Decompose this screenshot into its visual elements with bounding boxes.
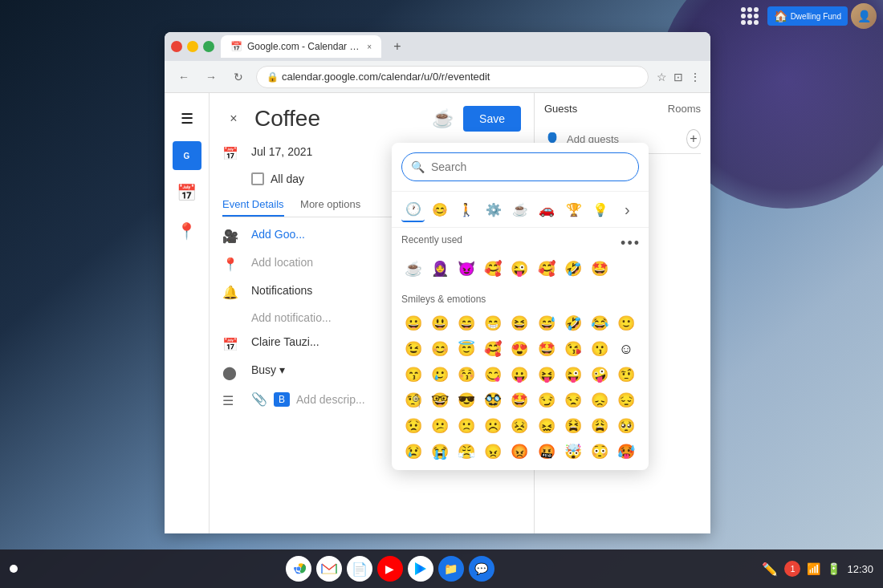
emoji-starstruck[interactable]: 🤩 [588, 257, 612, 281]
window-maximize-btn[interactable] [203, 41, 214, 52]
recent-more-btn[interactable]: ••• [621, 235, 639, 252]
emoji-beaming[interactable]: 😁 [481, 311, 505, 335]
add-description[interactable]: Add descrip... [296, 393, 365, 406]
emoji-sweat-smile[interactable]: 😅 [535, 311, 559, 335]
emoji-wink-tongue[interactable]: 😜 [561, 363, 585, 387]
cat-food[interactable]: ☕ [508, 197, 531, 222]
emoji-exploding[interactable]: 🤯 [561, 440, 585, 464]
window-minimize-btn[interactable] [187, 41, 198, 52]
allday-checkbox[interactable] [251, 172, 264, 185]
emoji-devil[interactable]: 😈 [454, 257, 478, 281]
sidebar-menu-icon[interactable]: ☰ [171, 103, 203, 135]
emoji-tongue-closed[interactable]: 😝 [535, 363, 559, 387]
emoji-steam[interactable]: 😤 [454, 440, 478, 464]
more-icon[interactable]: ⋮ [690, 71, 701, 83]
launcher-button[interactable] [10, 565, 18, 573]
emoji-weary[interactable]: 😩 [588, 414, 612, 438]
emoji-yum[interactable]: 😋 [481, 363, 505, 387]
emoji-zany[interactable]: 🤪 [588, 363, 612, 387]
emoji-nerd[interactable]: 🤓 [428, 388, 452, 412]
new-tab-button[interactable]: + [388, 37, 407, 56]
emoji-cry[interactable]: 😢 [401, 440, 425, 464]
emoji-cursing[interactable]: 🤬 [535, 440, 559, 464]
cat-travel[interactable]: 🚗 [535, 197, 559, 222]
cat-recent[interactable]: 🕐 [401, 197, 425, 222]
emoji-unamused[interactable]: 😒 [561, 388, 585, 412]
emoji-search-input[interactable] [401, 152, 639, 181]
add-notification[interactable]: Add notificatio... [251, 311, 332, 324]
cat-activities[interactable]: ⚙️ [482, 197, 505, 222]
dwelling-fund-button[interactable]: 🏠 Dwelling Fund [767, 6, 848, 26]
emoji-confused[interactable]: 😕 [428, 414, 452, 438]
taskbar-messages[interactable]: 💬 [469, 556, 494, 582]
emoji-wink[interactable]: 😉 [401, 337, 425, 361]
emoji-kissing-heart[interactable]: 😘 [561, 337, 585, 361]
emoji-smirk[interactable]: 😏 [535, 388, 559, 412]
emoji-slightly-smiling[interactable]: 🙂 [614, 311, 638, 335]
emoji-frowning[interactable]: ☹️ [481, 414, 505, 438]
emoji-coffee[interactable]: ☕ [401, 257, 425, 281]
tab-close-btn[interactable]: × [367, 43, 372, 51]
emoji-kissing-closed[interactable]: 😚 [454, 363, 478, 387]
emoji-kissing-smiling[interactable]: 😙 [401, 363, 425, 387]
emoji-grinning[interactable]: 😀 [401, 311, 425, 335]
address-bar[interactable]: 🔒 calendar.google.com/calendar/u/0/r/eve… [256, 66, 649, 88]
cast-icon[interactable]: ⊡ [673, 71, 683, 83]
add-google-meet[interactable]: Add Goo... [251, 228, 305, 241]
emoji-smiling-hearts[interactable]: 🥰 [481, 337, 505, 361]
forward-button[interactable]: → [201, 67, 221, 87]
cat-people[interactable]: 🚶 [455, 197, 478, 222]
taskbar-gmail[interactable] [316, 556, 342, 582]
add-location[interactable]: Add location [251, 256, 313, 269]
emoji-confounded[interactable]: 😖 [535, 414, 559, 438]
emoji-disappointed[interactable]: 😞 [588, 388, 612, 412]
event-close-button[interactable]: × [222, 107, 245, 130]
emoji-hearts-eyes[interactable]: 🥰 [481, 257, 505, 281]
emoji-slight-frown[interactable]: 🙁 [454, 414, 478, 438]
busy-status[interactable]: Busy ▾ [251, 363, 285, 376]
back-button[interactable]: ← [174, 67, 193, 87]
emoji-blush[interactable]: 😊 [428, 337, 452, 361]
emoji-smile[interactable]: 😄 [454, 311, 478, 335]
add-button[interactable]: B [274, 392, 290, 407]
taskbar-play[interactable] [408, 556, 433, 582]
emoji-hot[interactable]: 🥵 [614, 440, 638, 464]
sidebar-location-icon[interactable]: 📍 [171, 215, 203, 247]
emoji-smiley[interactable]: 😃 [428, 311, 452, 335]
add-guest-button[interactable]: + [686, 129, 701, 148]
pen-icon[interactable]: ✏️ [762, 562, 778, 577]
emoji-stuck-tongue[interactable]: 😛 [507, 363, 531, 387]
cat-objects[interactable]: 🏆 [562, 197, 585, 222]
google-apps-button[interactable] [735, 2, 764, 30]
emoji-pleading[interactable]: 🥺 [614, 414, 638, 438]
emoji-sunglasses[interactable]: 😎 [454, 388, 478, 412]
emoji-grin[interactable]: 😆 [507, 311, 531, 335]
save-button[interactable]: Save [463, 106, 521, 132]
bookmark-icon[interactable]: ☆ [657, 71, 667, 83]
window-close-btn[interactable] [171, 41, 182, 52]
sidebar-calendar-icon[interactable]: 📅 [171, 176, 203, 209]
taskbar-chrome[interactable] [286, 556, 311, 582]
emoji-heart-eyes[interactable]: 😍 [507, 337, 531, 361]
emoji-winking-tongue[interactable]: 😜 [507, 257, 531, 281]
tab-event-details[interactable]: Event Details [222, 198, 284, 217]
emoji-rofl[interactable]: 🤣 [561, 257, 585, 281]
cat-smileys[interactable]: 😊 [428, 197, 451, 222]
emoji-joy[interactable]: 😂 [588, 311, 612, 335]
rooms-tab[interactable]: Rooms [668, 103, 701, 115]
emoji-disguised[interactable]: 🥸 [481, 388, 505, 412]
emoji-sob[interactable]: 😭 [428, 440, 452, 464]
emoji-kissing[interactable]: 😗 [588, 337, 612, 361]
emoji-innocent[interactable]: 😇 [454, 337, 478, 361]
emoji-hijab[interactable]: 🧕 [428, 257, 452, 281]
cat-more[interactable]: › [616, 197, 639, 222]
cat-symbols[interactable]: 💡 [588, 197, 612, 222]
emoji-relaxed[interactable]: ☺️ [614, 337, 638, 361]
emoji-raised-eyebrow[interactable]: 🤨 [614, 363, 638, 387]
emoji-monocle[interactable]: 🧐 [401, 388, 425, 412]
emoji-pensive[interactable]: 😔 [614, 388, 638, 412]
reload-button[interactable]: ↻ [229, 67, 248, 87]
emoji-holding-back[interactable]: 🥲 [428, 363, 452, 387]
google-account-icon[interactable]: G [173, 141, 201, 170]
emoji-angry[interactable]: 😠 [481, 440, 505, 464]
